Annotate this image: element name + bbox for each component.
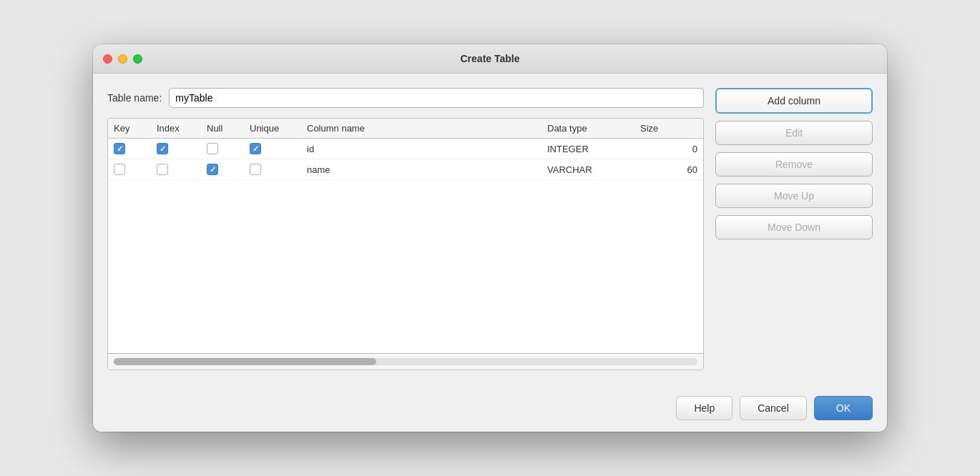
dialog-content: Table name: Key Index Null Unique Column… — [93, 74, 887, 385]
row1-data-type: INTEGER — [547, 144, 640, 154]
help-button[interactable]: Help — [676, 396, 732, 420]
row2-index-checkbox[interactable] — [157, 164, 168, 175]
header-size: Size — [640, 123, 697, 134]
window-controls — [103, 54, 142, 64]
row2-index-cell — [157, 164, 207, 175]
row2-data-type: VARCHAR — [547, 164, 640, 175]
table-name-input[interactable] — [169, 88, 704, 108]
minimize-button[interactable] — [118, 54, 127, 64]
add-column-button[interactable]: Add column — [715, 88, 873, 114]
row1-key-checkbox[interactable] — [114, 143, 125, 154]
scrollbar-thumb[interactable] — [114, 358, 376, 365]
table-name-label: Table name: — [107, 92, 162, 104]
row1-key-cell — [114, 143, 157, 154]
row2-size: 60 — [640, 164, 697, 175]
move-down-button[interactable]: Move Down — [715, 215, 873, 239]
row1-unique-cell — [250, 143, 307, 154]
row2-column-name: name — [307, 164, 547, 175]
header-column-name: Column name — [307, 123, 547, 134]
row2-unique-cell — [250, 164, 307, 175]
row1-index-checkbox[interactable] — [157, 143, 168, 154]
row2-key-checkbox[interactable] — [114, 164, 125, 175]
table-body: id INTEGER 0 — [108, 139, 703, 353]
cancel-button[interactable]: Cancel — [740, 396, 807, 420]
header-data-type: Data type — [547, 123, 640, 134]
dialog-footer: Help Cancel OK — [93, 385, 887, 432]
move-up-button[interactable]: Move Up — [715, 184, 873, 208]
row1-column-name: id — [307, 144, 547, 154]
right-panel: Add column Edit Remove Move Up Move Down — [715, 88, 873, 370]
scrollbar-track — [114, 358, 697, 365]
row1-size: 0 — [640, 144, 697, 154]
close-button[interactable] — [103, 54, 112, 64]
row1-null-cell — [207, 143, 250, 154]
left-panel: Table name: Key Index Null Unique Column… — [107, 88, 704, 370]
row2-null-cell — [207, 164, 250, 175]
column-table: Key Index Null Unique Column name Data t… — [107, 118, 704, 370]
maximize-button[interactable] — [133, 54, 142, 64]
title-bar: Create Table — [93, 44, 887, 74]
dialog-title: Create Table — [461, 53, 520, 64]
header-unique: Unique — [250, 123, 307, 134]
header-null: Null — [207, 123, 250, 134]
table-row[interactable]: name VARCHAR 60 — [108, 159, 703, 180]
row1-index-cell — [157, 143, 207, 154]
table-header: Key Index Null Unique Column name Data t… — [108, 119, 703, 139]
row2-key-cell — [114, 164, 157, 175]
row1-unique-checkbox[interactable] — [250, 143, 261, 154]
header-index: Index — [157, 123, 207, 134]
table-row[interactable]: id INTEGER 0 — [108, 139, 703, 159]
row1-null-checkbox[interactable] — [207, 143, 218, 154]
table-name-row: Table name: — [107, 88, 704, 108]
edit-button[interactable]: Edit — [715, 121, 873, 145]
header-key: Key — [114, 123, 157, 134]
ok-button[interactable]: OK — [814, 396, 873, 420]
remove-button[interactable]: Remove — [715, 152, 873, 177]
row2-unique-checkbox[interactable] — [250, 164, 261, 175]
create-table-dialog: Create Table Table name: Key Index Null … — [93, 44, 887, 432]
row2-null-checkbox[interactable] — [207, 164, 218, 175]
horizontal-scrollbar[interactable] — [108, 353, 703, 370]
